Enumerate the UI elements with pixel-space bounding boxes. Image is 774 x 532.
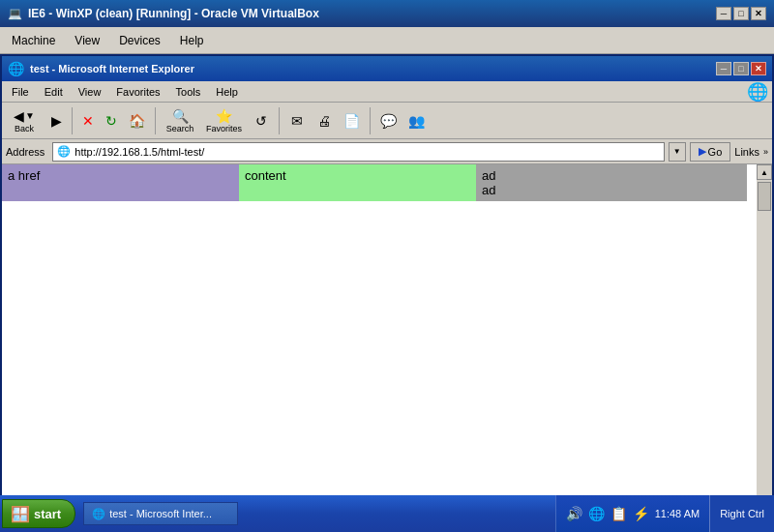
vbox-icon: 💻 — [8, 7, 22, 20]
ie-icon: 🌐 — [8, 61, 24, 76]
ie-menu-tools[interactable]: Tools — [170, 84, 207, 100]
print-button[interactable]: 🖨 — [313, 111, 336, 131]
start-label: start — [34, 507, 61, 521]
go-arrow-icon: ▶ — [699, 145, 706, 158]
search-icon: 🔍 — [172, 108, 189, 124]
ie-toolbar: ◀ ▼ Back ▶ ✕ ↻ 🏠 🔍 Search ⭐ Favorites ↺ — [2, 103, 772, 139]
messenger-button[interactable]: 👥 — [404, 111, 429, 131]
scroll-thumb[interactable] — [758, 182, 771, 211]
stop-icon: ✕ — [82, 113, 94, 129]
ie-menu-view[interactable]: View — [73, 84, 107, 100]
home-icon: 🏠 — [129, 113, 145, 129]
discuss-button[interactable]: 💬 — [376, 111, 401, 131]
taskbar-ie-task[interactable]: 🌐 test - Microsoft Inter... — [83, 502, 238, 525]
start-button[interactable]: 🪟 start — [2, 499, 75, 528]
close-button[interactable]: ✕ — [751, 7, 766, 20]
address-bar: Address 🌐 ▼ ▶ Go Links » — [2, 139, 772, 164]
ie-title-text: test - Microsoft Internet Explorer — [30, 63, 194, 74]
start-logo-icon: 🪟 — [11, 505, 30, 523]
vbox-menubar: Machine View Devices Help — [0, 27, 774, 54]
toolbar-sep-1 — [72, 107, 73, 134]
messenger-icon: 👥 — [408, 113, 425, 129]
forward-button[interactable]: ▶ — [46, 111, 66, 131]
vbox-title: IE6 - WinXP (clean) [Running] - Oracle V… — [28, 7, 319, 20]
address-label: Address — [6, 146, 45, 158]
vbox-menu-view[interactable]: View — [67, 31, 107, 50]
address-input-container: 🌐 — [52, 142, 664, 162]
html-table: a href content ad ad — [2, 164, 747, 201]
taskbar-ie-label: test - Microsoft Inter... — [109, 508, 212, 519]
vbox-menu-machine[interactable]: Machine — [4, 31, 63, 50]
taskbar-tasks: 🌐 test - Microsoft Inter... — [75, 502, 554, 525]
links-button[interactable]: Links — [734, 146, 759, 158]
ie-content: a href content ad ad ▲ — [2, 164, 772, 505]
minimize-button[interactable]: ─ — [716, 7, 731, 20]
history-icon: ↺ — [255, 113, 267, 129]
table-cell-content: content — [239, 164, 476, 192]
address-input[interactable] — [74, 146, 659, 158]
taskbar-right: 🔊 🌐 📋 ⚡ 11:48 AM — [555, 495, 709, 532]
edit-button[interactable]: 📄 — [340, 111, 364, 131]
go-button[interactable]: ▶ Go — [690, 142, 731, 162]
tray-icon-2[interactable]: 🌐 — [588, 506, 605, 521]
table-row: a href content ad ad — [2, 164, 747, 192]
ie-window: 🌐 test - Microsoft Internet Explorer ─ □… — [0, 54, 774, 530]
toolbar-sep-3 — [279, 107, 280, 134]
tray-icon-3[interactable]: 📋 — [610, 506, 627, 521]
home-button[interactable]: 🏠 — [125, 111, 149, 131]
mail-icon: ✉ — [291, 113, 303, 129]
ie-scrollbar[interactable]: ▲ — [757, 164, 772, 505]
ad-line-1: ad — [482, 168, 741, 183]
go-label: Go — [708, 146, 723, 158]
forward-icon: ▶ — [51, 113, 62, 129]
tray-time: 11:48 AM — [655, 508, 700, 519]
page-icon: 🌐 — [57, 145, 71, 158]
ie-titlebar: 🌐 test - Microsoft Internet Explorer ─ □… — [2, 56, 772, 81]
ie-menu-edit[interactable]: Edit — [39, 84, 69, 100]
back-button[interactable]: ◀ ▼ Back — [6, 106, 43, 135]
links-chevron-icon: » — [763, 147, 768, 157]
address-dropdown-button[interactable]: ▼ — [669, 142, 686, 162]
search-button[interactable]: 🔍 Search — [162, 106, 198, 135]
ie-menu-file[interactable]: File — [6, 84, 35, 100]
ie-title-controls: ─ □ ✕ — [716, 62, 766, 75]
ie-menu-favorites[interactable]: Favorites — [110, 84, 165, 100]
mail-button[interactable]: ✉ — [285, 111, 309, 131]
tray-icon-4[interactable]: ⚡ — [633, 506, 649, 521]
table-cell-ahref: a href — [2, 164, 239, 192]
table-cell-ad-merged: ad ad — [476, 164, 747, 201]
search-label: Search — [166, 124, 194, 133]
ie-title-left: 🌐 test - Microsoft Internet Explorer — [8, 61, 194, 76]
ie-maximize-button[interactable]: □ — [733, 62, 749, 75]
table-cell-empty-2 — [239, 192, 476, 201]
vbox-menu-devices[interactable]: Devices — [111, 31, 168, 50]
tray-icon-1[interactable]: 🔊 — [566, 506, 582, 521]
favorites-label: Favorites — [206, 124, 242, 133]
ie-main: a href content ad ad — [2, 164, 757, 505]
right-ctrl-label: Right Ctrl — [720, 508, 764, 519]
discuss-icon: 💬 — [380, 113, 397, 129]
history-button[interactable]: ↺ — [250, 111, 273, 131]
stop-button[interactable]: ✕ — [78, 111, 98, 131]
print-icon: 🖨 — [317, 113, 331, 129]
virtualbox-titlebar: 💻 IE6 - WinXP (clean) [Running] - Oracle… — [0, 0, 774, 27]
ie-menubar: File Edit View Favorites Tools Help 🌐 — [2, 81, 772, 103]
toolbar-sep-2 — [155, 107, 156, 134]
maximize-button[interactable]: □ — [733, 7, 749, 20]
ad-line-2: ad — [482, 183, 741, 197]
refresh-icon: ↻ — [105, 113, 117, 129]
scroll-up-button[interactable]: ▲ — [757, 164, 772, 180]
taskbar-ie-icon: 🌐 — [92, 508, 105, 520]
titlebar-controls: ─ □ ✕ — [716, 7, 766, 20]
table-cell-empty-1 — [2, 192, 239, 201]
ie-minimize-button[interactable]: ─ — [716, 62, 731, 75]
ie-menu-help[interactable]: Help — [210, 84, 244, 100]
back-icon: ◀ — [14, 108, 24, 124]
refresh-button[interactable]: ↻ — [102, 111, 121, 131]
taskbar: 🪟 start 🌐 test - Microsoft Inter... 🔊 🌐 … — [0, 495, 774, 532]
vbox-menu-help[interactable]: Help — [172, 31, 212, 50]
titlebar-left: 💻 IE6 - WinXP (clean) [Running] - Oracle… — [8, 7, 319, 20]
ie-close-button[interactable]: ✕ — [751, 62, 766, 75]
favorites-button[interactable]: ⭐ Favorites — [202, 106, 246, 135]
edit-icon: 📄 — [343, 113, 360, 129]
